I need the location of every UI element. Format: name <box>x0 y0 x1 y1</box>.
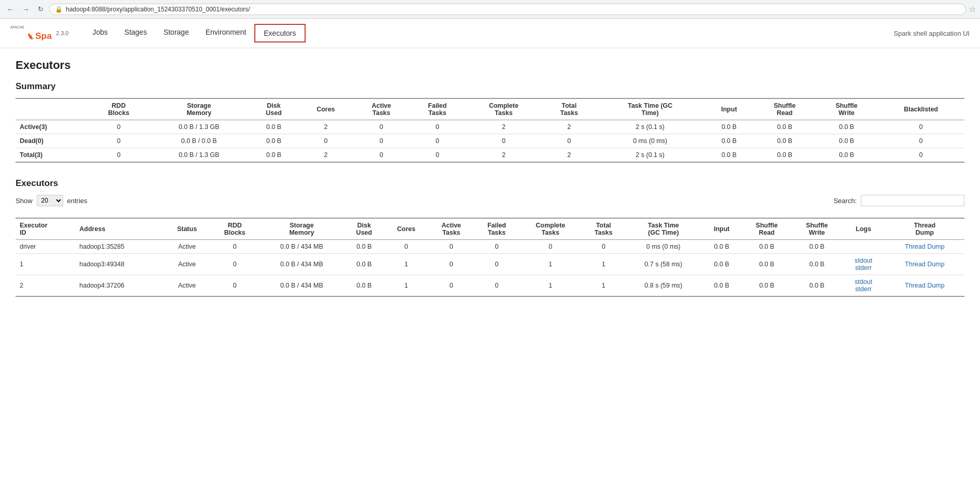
summary-input: 0.0 B <box>704 120 754 134</box>
summary-total-tasks: 0 <box>542 134 596 148</box>
exec-address: hadoop1:35285 <box>75 240 164 254</box>
log-link-stdout[interactable]: stdout <box>855 257 872 264</box>
exec-total-tasks: 0 <box>582 240 625 254</box>
nav-stages[interactable]: Stages <box>116 24 155 42</box>
thread-dump-link[interactable]: Thread Dump <box>905 282 944 289</box>
summary-shuffle-write: 0.0 B <box>816 148 877 163</box>
summary-cores: 0 <box>298 134 353 148</box>
page-title: Executors <box>16 59 964 72</box>
executor-row: 2 hadoop4:37206 Active 0 0.0 B / 434 MB … <box>16 275 964 297</box>
exec-complete-tasks: 1 <box>519 275 582 297</box>
col-disk-used: DiskUsed <box>249 98 298 120</box>
col-input: Input <box>704 98 754 120</box>
forward-button[interactable]: → <box>20 4 32 15</box>
spark-header: APACHE Spark 2.3.0 Jobs Stages Storage E… <box>0 19 980 48</box>
exec-shuffle-write: 0.0 B <box>792 254 842 275</box>
search-label: Search: <box>833 197 857 205</box>
exec-total-tasks: 1 <box>582 275 625 297</box>
exec-cores: 1 <box>384 254 428 275</box>
summary-total-tasks: 2 <box>542 148 596 163</box>
app-info: Spark shell application UI <box>893 30 970 37</box>
show-label: Show <box>16 197 33 205</box>
exec-id: driver <box>16 240 75 254</box>
url-text: hadoop4:8088/proxy/application_152430337… <box>66 6 960 13</box>
log-link-stdout[interactable]: stdout <box>855 278 872 285</box>
nav-executors[interactable]: Executors <box>254 24 305 42</box>
summary-storage-memory: 0.0 B / 1.3 GB <box>149 120 249 134</box>
exec-id: 2 <box>16 275 75 297</box>
exec-storage-memory: 0.0 B / 434 MB <box>260 254 344 275</box>
col-exec-disk: DiskUsed <box>344 218 384 240</box>
bookmark-button[interactable]: ☆ <box>969 5 976 14</box>
col-exec-input: Input <box>702 218 742 240</box>
refresh-button[interactable]: ↻ <box>35 4 46 14</box>
show-select[interactable]: 10 20 50 100 <box>37 195 63 206</box>
summary-row: Active(3) 0 0.0 B / 1.3 GB 0.0 B 2 0 0 2… <box>16 120 964 134</box>
col-exec-storage: StorageMemory <box>260 218 344 240</box>
summary-disk-used: 0.0 B <box>249 148 298 163</box>
executor-row: driver hadoop1:35285 Active 0 0.0 B / 43… <box>16 240 964 254</box>
log-link-stderr[interactable]: stderr <box>855 264 872 272</box>
exec-shuffle-write: 0.0 B <box>792 275 842 297</box>
col-exec-complete-tasks: CompleteTasks <box>519 218 582 240</box>
exec-storage-memory: 0.0 B / 434 MB <box>260 240 344 254</box>
exec-task-time: 0 ms (0 ms) <box>625 240 702 254</box>
summary-shuffle-write: 0.0 B <box>816 134 877 148</box>
executors-table: ExecutorID Address Status RDDBlocks Stor… <box>16 218 964 297</box>
search-input[interactable] <box>861 195 964 206</box>
browser-chrome: ← → ↻ 🔒 hadoop4:8088/proxy/application_1… <box>0 0 980 19</box>
col-exec-shuffle-write: ShuffleWrite <box>792 218 842 240</box>
summary-failed-tasks: 0 <box>410 148 465 163</box>
nav-jobs[interactable]: Jobs <box>84 24 116 42</box>
summary-blacklisted: 0 <box>877 120 964 134</box>
thread-dump-link[interactable]: Thread Dump <box>905 261 944 268</box>
spark-nav: Jobs Stages Storage Environment Executor… <box>84 24 305 42</box>
summary-task-time: 0 ms (0 ms) <box>596 134 704 148</box>
exec-active-tasks: 0 <box>428 275 474 297</box>
thread-dump-link[interactable]: Thread Dump <box>905 243 944 250</box>
exec-active-tasks: 0 <box>428 240 474 254</box>
summary-shuffle-read: 0.0 B <box>754 134 815 148</box>
exec-failed-tasks: 0 <box>474 275 519 297</box>
back-button[interactable]: ← <box>4 4 17 15</box>
col-exec-id: ExecutorID <box>16 218 75 240</box>
exec-input: 0.0 B <box>702 254 742 275</box>
nav-storage[interactable]: Storage <box>155 24 197 42</box>
summary-row-label: Total(3) <box>16 148 89 163</box>
url-bar[interactable]: 🔒 hadoop4:8088/proxy/application_1524303… <box>49 4 966 15</box>
exec-rdd-blocks: 0 <box>210 275 260 297</box>
exec-status: Active <box>164 254 210 275</box>
summary-table: RDDBlocks StorageMemory DiskUsed Cores A… <box>16 98 964 163</box>
summary-row-label: Active(3) <box>16 120 89 134</box>
exec-thread-dump: Thread Dump <box>885 254 964 275</box>
exec-total-tasks: 1 <box>582 254 625 275</box>
entries-label: entries <box>67 197 88 205</box>
exec-disk-used: 0.0 B <box>344 240 384 254</box>
nav-environment[interactable]: Environment <box>197 24 255 42</box>
summary-heading: Summary <box>16 81 964 92</box>
executors-heading: Executors <box>16 178 964 189</box>
exec-disk-used: 0.0 B <box>344 275 384 297</box>
summary-total-tasks: 2 <box>542 120 596 134</box>
exec-shuffle-read: 0.0 B <box>742 240 792 254</box>
table-controls: Show 10 20 50 100 entries Search: <box>16 195 964 212</box>
show-entries: Show 10 20 50 100 entries <box>16 195 88 206</box>
col-exec-rdd: RDDBlocks <box>210 218 260 240</box>
exec-thread-dump: Thread Dump <box>885 275 964 297</box>
col-exec-address: Address <box>75 218 164 240</box>
summary-cores: 2 <box>298 148 353 163</box>
executor-row: 1 hadoop3:49348 Active 0 0.0 B / 434 MB … <box>16 254 964 275</box>
log-link-stderr[interactable]: stderr <box>855 285 872 293</box>
summary-input: 0.0 B <box>704 148 754 163</box>
exec-complete-tasks: 1 <box>519 254 582 275</box>
svg-text:Spark: Spark <box>35 31 52 41</box>
exec-status: Active <box>164 275 210 297</box>
col-storage-memory: StorageMemory <box>149 98 249 120</box>
summary-section: Summary RDDBlocks StorageMemory DiskUsed… <box>16 81 964 163</box>
exec-status: Active <box>164 240 210 254</box>
page-content: Executors Summary RDDBlocks StorageMemor… <box>0 48 980 307</box>
summary-rdd-blocks: 0 <box>89 120 149 134</box>
col-exec-cores: Cores <box>384 218 428 240</box>
col-exec-shuffle-read: ShuffleRead <box>742 218 792 240</box>
col-blacklisted: Blacklisted <box>877 98 964 120</box>
